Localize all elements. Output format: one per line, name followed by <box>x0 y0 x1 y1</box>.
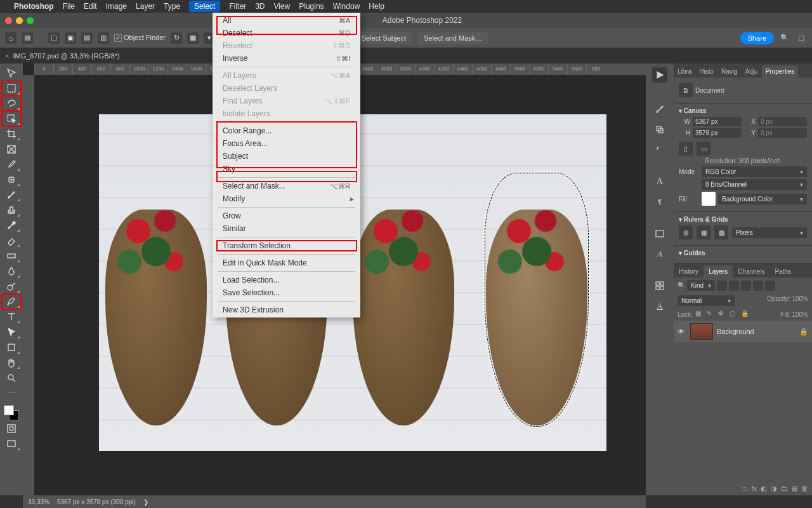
tab-navigator[interactable]: Navig <box>717 65 742 77</box>
lock-position-icon[interactable]: ✥ <box>718 310 727 319</box>
search-icon[interactable]: 🔍 <box>779 32 790 44</box>
lock-paint-icon[interactable]: ✎ <box>707 310 716 319</box>
crop-tool[interactable] <box>3 127 20 141</box>
hand-tool[interactable] <box>3 356 20 370</box>
ruler-icon[interactable]: ⊞ <box>679 225 693 239</box>
link-icon[interactable]: ⬭ <box>742 485 747 493</box>
refresh-icon[interactable]: ↻ <box>171 32 182 44</box>
menu-item[interactable]: Focus Area... <box>213 137 360 150</box>
blur-tool[interactable] <box>3 264 20 278</box>
minimize-icon[interactable] <box>16 17 23 24</box>
path-selection-tool[interactable] <box>3 325 20 339</box>
lasso-tool[interactable] <box>3 97 20 110</box>
layer-name[interactable]: Background <box>717 328 754 335</box>
menu-select[interactable]: Select <box>189 1 220 12</box>
share-button[interactable]: Share <box>740 32 774 44</box>
layer-row-background[interactable]: 👁 Background 🔒 <box>674 321 812 342</box>
menu-layer[interactable]: Layer <box>136 2 155 11</box>
width-field[interactable]: 5367 px <box>693 117 742 126</box>
new-layer-icon[interactable]: ⊞ <box>792 485 797 493</box>
tab-layers[interactable]: Layers <box>704 265 733 277</box>
select-subject-button[interactable]: Select Subject <box>355 32 412 44</box>
mask-icon[interactable]: ◐ <box>761 485 767 493</box>
new-selection-icon[interactable]: ▢ <box>48 32 60 44</box>
canvas-header[interactable]: ▾ <box>679 107 684 114</box>
tab-paths[interactable]: Paths <box>769 265 796 277</box>
menu-item[interactable]: New 3D Extrusion <box>213 304 360 316</box>
brush-panel-icon[interactable] <box>652 102 667 117</box>
orient-landscape-icon[interactable]: ▭ <box>697 142 710 156</box>
visibility-icon[interactable]: 👁 <box>678 328 686 335</box>
menu-item[interactable]: Subject <box>213 150 360 163</box>
maximize-icon[interactable] <box>27 17 34 24</box>
filter-adjust-icon[interactable] <box>729 281 739 291</box>
grid-icon[interactable]: ▦ <box>697 225 710 239</box>
menu-item[interactable]: All⌘A <box>213 14 360 27</box>
kind-dropdown[interactable]: Kind <box>687 280 715 291</box>
tab-channels[interactable]: Channels <box>733 265 769 277</box>
styles-a-icon[interactable]: A <box>652 246 667 262</box>
menu-file[interactable]: File <box>63 2 75 11</box>
workspace-icon[interactable]: ▢ <box>796 32 807 44</box>
adjustment-icon[interactable]: ◑ <box>771 485 777 493</box>
screen-mode-icon[interactable] <box>3 437 20 451</box>
fill-opacity-field[interactable]: 100% <box>792 311 808 318</box>
menu-plugins[interactable]: Plugins <box>299 2 324 11</box>
menu-view[interactable]: View <box>273 2 290 11</box>
frame-tool[interactable] <box>3 142 20 156</box>
lock-all-icon[interactable]: 🔒 <box>741 310 750 319</box>
shape-tool[interactable] <box>3 340 20 354</box>
menu-type[interactable]: Type <box>164 2 180 11</box>
menu-item[interactable]: Inverse⇧⌘I <box>213 52 360 65</box>
units-dropdown[interactable]: Pixels <box>732 227 807 238</box>
layer-thumbnail[interactable] <box>690 323 713 340</box>
intersect-selection-icon[interactable]: ▥ <box>98 32 109 44</box>
character-panel-icon[interactable] <box>652 142 667 157</box>
menu-edit[interactable]: Edit <box>84 2 97 11</box>
history-brush-tool[interactable] <box>3 218 20 232</box>
trash-icon[interactable]: 🗑 <box>801 485 808 493</box>
menu-item[interactable]: Sky <box>213 163 360 175</box>
clone-panel-icon[interactable] <box>652 122 667 137</box>
select-and-mask-button[interactable]: Select and Mask... <box>417 32 488 44</box>
menu-item[interactable]: Load Selection... <box>213 274 360 286</box>
menu-item[interactable]: Edit in Quick Mask Mode <box>213 257 360 269</box>
tab-properties[interactable]: Properties <box>762 65 799 77</box>
color-swatch[interactable] <box>4 405 19 420</box>
show-icon[interactable]: ▦ <box>187 32 199 44</box>
menu-image[interactable]: Image <box>106 2 127 11</box>
lock-transparent-icon[interactable]: ▦ <box>695 310 704 319</box>
bits-dropdown[interactable]: 8 Bits/Channel <box>702 179 807 190</box>
swatches-icon[interactable] <box>652 278 667 293</box>
eraser-tool[interactable] <box>3 234 20 248</box>
tab-history[interactable]: History <box>674 265 704 277</box>
menu-item[interactable]: Transform Selection <box>213 239 360 252</box>
menu-item[interactable]: Modify <box>213 192 360 205</box>
orient-portrait-icon[interactable]: ▯ <box>679 142 693 156</box>
fx-icon[interactable]: fx <box>751 485 757 493</box>
gradient-tool[interactable] <box>3 249 20 263</box>
tab-histogram[interactable]: Histo <box>695 65 717 77</box>
fill-swatch[interactable] <box>702 192 716 206</box>
fill-dropdown[interactable]: Background Color <box>718 194 807 204</box>
tab-libraries[interactable]: Libra <box>674 65 695 77</box>
object-selection-tool[interactable] <box>3 112 20 126</box>
group-icon[interactable]: 🗀 <box>781 485 788 493</box>
menu-window[interactable]: Window <box>333 2 360 11</box>
menu-item[interactable]: Color Range... <box>213 124 360 137</box>
menu-item[interactable]: Select and Mask...⌥⌘R <box>213 180 360 192</box>
document-tab[interactable]: IMG_6707.psd @ 33,3% (RGB/8*) <box>13 52 119 60</box>
type-a-icon[interactable]: A <box>652 174 667 189</box>
object-finder-checkbox[interactable] <box>114 34 122 42</box>
filter-shape-icon[interactable] <box>753 281 763 291</box>
blend-mode-dropdown[interactable]: Normal <box>678 295 735 306</box>
tab-adjustments[interactable]: Adju <box>742 65 762 77</box>
quick-mask-icon[interactable] <box>3 422 20 436</box>
eyedropper-tool[interactable] <box>3 157 20 171</box>
paragraph-icon[interactable]: ¶ <box>652 194 667 210</box>
app-name[interactable]: Photoshop <box>14 2 54 11</box>
glyphs-icon[interactable] <box>652 226 667 241</box>
close-tab-icon[interactable]: × <box>5 52 9 60</box>
menu-help[interactable]: Help <box>369 2 384 11</box>
opacity-field[interactable]: 100% <box>792 295 808 302</box>
